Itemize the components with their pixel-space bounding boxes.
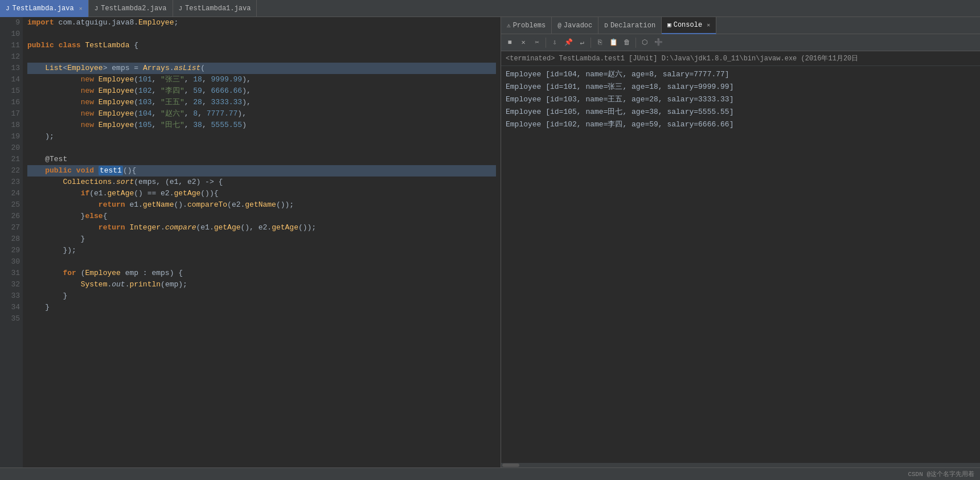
console-line-5: Employee [id=102, name=李四, age=59, salar… [506,118,975,131]
code-line-26: }else{ [27,211,496,222]
console-scrollbar-thumb[interactable] [502,463,519,467]
terminate-button[interactable]: ✕ [517,36,530,49]
tab-javadoc[interactable]: @ Javadoc [552,17,598,34]
code-line-34: } [27,302,496,313]
tab-declaration[interactable]: D Declaration [598,17,662,34]
code-content[interactable]: import com.atguigu.java8.Employee; publi… [23,17,501,467]
java-file-icon-3: J [179,5,183,12]
javadoc-icon: @ [557,22,561,29]
code-line-15: new Employee(102, "李四", 59, 6666.66), [27,85,496,97]
status-bar: CSDN @这个名字先用着 [0,467,980,480]
problems-icon: ⚠ [507,22,511,29]
status-text: CSDN @这个名字先用着 [908,470,974,478]
editor-tab-bar: J TestLambda.java ✕ J TestLambda2.java J… [0,0,980,17]
code-line-16: new Employee(103, "王五", 28, 3333.33), [27,97,496,108]
toolbar-separator-1 [546,38,546,48]
console-header-text: <terminated> TestLambda.test1 [JUnit] D:… [506,55,858,63]
tab-testlambda1[interactable]: J TestLambda1.java [173,0,257,17]
java-file-icon: J [6,5,10,12]
tab-label: TestLambda.java [13,5,74,13]
code-line-22: public void test1(){ [27,165,496,177]
open-console-button[interactable]: ⬡ [638,36,651,49]
console-close-button[interactable]: ✕ [707,22,710,28]
code-line-18: new Employee(105, "田七", 38, 5555.55) [27,120,496,131]
right-tab-bar: ⚠ Problems @ Javadoc D Declaration ▣ Con… [501,17,980,34]
code-line-25: return e1.getName().compareTo(e2.getName… [27,199,496,211]
tab-label-2: TestLambda2.java [101,5,166,13]
code-line-35 [27,313,496,325]
code-line-23: Collections.sort(emps, (e1, e2) -> { [27,177,496,188]
console-label: Console [674,21,702,29]
console-output[interactable]: Employee [id=104, name=赵六, age=8, salary… [501,66,980,463]
scroll-lock-button[interactable]: ⇩ [548,36,561,49]
tab-problems[interactable]: ⚠ Problems [501,17,552,34]
code-line-17: new Employee(104, "赵六", 8, 7777.77), [27,108,496,120]
code-line-24: if(e1.getAge() == e2.getAge()){ [27,188,496,199]
stop-button[interactable]: ■ [503,36,516,49]
console-line-1: Employee [id=104, name=赵六, age=8, salary… [506,68,975,81]
tab-testlambda[interactable]: J TestLambda.java ✕ [0,0,89,17]
console-scrollbar[interactable] [501,463,980,467]
code-line-33: } [27,290,496,302]
code-line-32: System.out.println(emp); [27,279,496,290]
tab-label-3: TestLambda1.java [185,5,251,13]
console-line-2: Employee [id=101, name=张三, age=18, salar… [506,81,975,93]
word-wrap-button[interactable]: ↵ [576,36,588,49]
paste-button[interactable]: 📋 [607,36,620,49]
problems-label: Problems [513,22,546,30]
clear-button[interactable]: 🗑 [621,36,633,49]
pin-button[interactable]: 📌 [562,36,575,49]
code-line-21: @Test [27,154,496,165]
right-panel: ⚠ Problems @ Javadoc D Declaration ▣ Con… [501,17,980,467]
code-line-13: List<Employee> emps = Arrays.asList( [27,63,496,74]
code-line-11: public class TestLambda { [27,40,496,51]
code-line-19: ); [27,131,496,142]
declaration-label: Declaration [610,22,655,30]
copy-button[interactable]: ⎘ [593,36,606,49]
code-line-9: import com.atguigu.java8.Employee; [27,17,496,28]
editor-panel: 9 10 11 12 13 14 15 16 17 18 19 20 21 22… [0,17,501,467]
console-icon: ▣ [667,21,671,28]
code-line-30 [27,256,496,268]
console-toolbar: ■ ✕ ✂ ⇩ 📌 ↵ ⎘ 📋 🗑 ⬡ ➕ [501,34,980,51]
code-line-27: return Integer.compare(e1.getAge(), e2.g… [27,222,496,233]
code-line-12 [27,51,496,63]
code-line-10 [27,28,496,40]
code-line-28: } [27,233,496,245]
java-file-icon-2: J [95,5,99,12]
console-line-3: Employee [id=103, name=王五, age=28, salar… [506,93,975,106]
toolbar-separator-2 [591,38,591,48]
tab-close-button[interactable]: ✕ [79,5,83,12]
declaration-icon: D [604,22,608,29]
console-line-4: Employee [id=105, name=田七, age=38, salar… [506,106,975,118]
toolbar-separator-3 [635,38,636,48]
code-area[interactable]: 9 10 11 12 13 14 15 16 17 18 19 20 21 22… [0,17,501,467]
console-header: <terminated> TestLambda.test1 [JUnit] D:… [501,51,980,66]
tab-testlambda2[interactable]: J TestLambda2.java [89,0,173,17]
new-console-button[interactable]: ➕ [652,36,665,49]
line-numbers: 9 10 11 12 13 14 15 16 17 18 19 20 21 22… [0,17,23,467]
code-line-14: new Employee(101, "张三", 18, 9999.99), [27,74,496,85]
code-line-29: }); [27,245,496,256]
main-area: 9 10 11 12 13 14 15 16 17 18 19 20 21 22… [0,17,980,467]
code-line-31: for (Employee emp : emps) { [27,268,496,279]
code-line-20 [27,142,496,154]
tab-console[interactable]: ▣ Console ✕ [662,17,716,34]
disconnect-button[interactable]: ✂ [531,36,543,49]
javadoc-label: Javadoc [564,22,592,30]
